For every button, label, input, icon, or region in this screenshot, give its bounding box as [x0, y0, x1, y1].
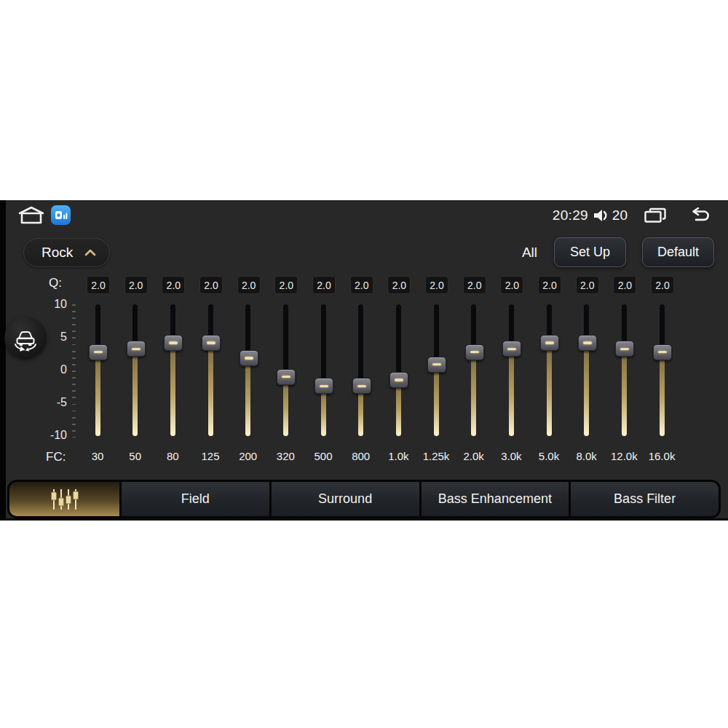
eq-slider-fill: [509, 348, 514, 436]
home-button[interactable]: [17, 206, 45, 225]
eq-slider-fill: [584, 342, 589, 436]
clock: 20:29: [553, 207, 588, 223]
eq-slider-handle[interactable]: [615, 341, 634, 357]
q-value-box[interactable]: 2.0: [350, 276, 373, 294]
eq-slider-handle[interactable]: [277, 369, 296, 385]
eq-slider-handle[interactable]: [127, 341, 146, 357]
eq-slider-fill: [660, 352, 665, 437]
tab-equalizer[interactable]: [9, 482, 119, 516]
eq-band-column: 2.0 5.0k: [530, 276, 568, 470]
handle-grip-mark: [320, 385, 328, 388]
eq-slider-fill: [547, 342, 552, 436]
volume-level: 20: [612, 207, 628, 223]
head-unit-screen: 20:29 20 Rock All Set Up Default Q:: [0, 200, 728, 521]
eq-band-column: 2.0 12.0k: [605, 276, 643, 470]
eq-slider-fill: [132, 348, 138, 436]
eq-slider-handle[interactable]: [578, 335, 597, 351]
speaker-icon[interactable]: [593, 208, 609, 223]
status-bar: 20:29 20: [0, 204, 728, 227]
eq-slider-handle[interactable]: [240, 350, 258, 366]
q-value-box[interactable]: 2.0: [387, 276, 411, 294]
q-value-box[interactable]: 2.0: [162, 276, 185, 294]
setup-button[interactable]: Set Up: [554, 237, 626, 267]
eq-slider-handle[interactable]: [540, 335, 559, 351]
eq-slider-fill: [208, 342, 213, 436]
eq-slider-handle[interactable]: [164, 335, 183, 351]
tab-bass-filter[interactable]: Bass Filter: [571, 482, 719, 516]
eq-slider-handle[interactable]: [653, 344, 672, 360]
chevron-up-icon: [84, 249, 96, 256]
eq-slider-handle[interactable]: [352, 378, 371, 394]
handle-grip-mark: [395, 379, 403, 381]
q-value-box[interactable]: 2.0: [576, 276, 599, 294]
eq-band-column: 2.0 8.0k: [568, 276, 606, 470]
q-value-box[interactable]: 2.0: [312, 276, 336, 294]
q-value-box[interactable]: 2.0: [651, 276, 674, 294]
eq-band-column: 2.0 125: [191, 276, 229, 470]
gain-scale-label: -10: [38, 429, 67, 442]
handle-grip-mark: [94, 351, 103, 354]
handle-grip-mark: [132, 348, 141, 351]
eq-band-column: 2.0 500: [304, 276, 342, 470]
eq-slider-fill: [283, 376, 288, 437]
handle-grip-mark: [282, 376, 290, 379]
q-value-box[interactable]: 2.0: [274, 276, 298, 294]
eq-slider-handle[interactable]: [502, 341, 521, 357]
eq-band-column: 2.0 30: [79, 276, 116, 470]
eq-slider-handle[interactable]: [314, 378, 333, 394]
back-icon[interactable]: [689, 207, 711, 223]
handle-grip-mark: [357, 385, 366, 388]
q-value-box[interactable]: 2.0: [613, 276, 636, 294]
q-value-box[interactable]: 2.0: [199, 276, 223, 294]
eq-slider-handle[interactable]: [89, 344, 108, 360]
q-value-box[interactable]: 2.0: [237, 276, 261, 294]
eq-slider-fill: [95, 352, 100, 437]
eq-slider-handle[interactable]: [465, 344, 484, 360]
tab-label: Field: [181, 491, 210, 507]
eq-band-column: 2.0 1.0k: [379, 276, 417, 470]
tab-label: Bass Enhancement: [438, 491, 552, 507]
tab-surround[interactable]: Surround: [272, 482, 419, 516]
handle-grip-mark: [432, 363, 441, 366]
recent-apps-icon[interactable]: [644, 207, 667, 224]
equalizer-sliders-icon: [48, 488, 82, 511]
eq-slider-handle[interactable]: [202, 335, 221, 351]
q-value-box[interactable]: 2.0: [87, 276, 110, 294]
q-value-box[interactable]: 2.0: [124, 276, 148, 294]
eq-band-column: 2.0 320: [266, 276, 304, 470]
q-value-box[interactable]: 2.0: [538, 276, 561, 294]
eq-slider-handle[interactable]: [427, 357, 446, 373]
gain-scale-label: 0: [38, 363, 67, 376]
q-value-box[interactable]: 2.0: [425, 276, 448, 294]
tab-field[interactable]: Field: [122, 482, 269, 516]
home-icon: [17, 206, 45, 225]
audio-app-button[interactable]: [51, 205, 71, 225]
gain-scale-label: 10: [38, 298, 67, 311]
dsp-tab-bar: FieldSurroundBass EnhancementBass Filter: [7, 480, 721, 518]
screen-bezel-bottom: [0, 518, 728, 521]
handle-grip-mark: [658, 351, 667, 354]
eq-band-column: 2.0 50: [116, 276, 154, 470]
default-button[interactable]: Default: [642, 237, 714, 267]
gain-scale-label: 5: [38, 331, 67, 344]
q-value-box[interactable]: 2.0: [463, 276, 486, 294]
tab-label: Bass Filter: [614, 491, 676, 507]
eq-slider-handle[interactable]: [389, 372, 408, 388]
eq-band-column: 2.0 800: [342, 276, 380, 470]
all-label[interactable]: All: [522, 245, 537, 261]
handle-grip-mark: [620, 348, 629, 351]
q-value-box[interactable]: 2.0: [500, 276, 523, 294]
preset-name: Rock: [41, 245, 73, 261]
tab-bass-enhancement[interactable]: Bass Enhancement: [422, 482, 569, 516]
preset-selector[interactable]: Rock: [23, 238, 110, 267]
gain-scale-label: -5: [38, 396, 67, 409]
tab-label: Surround: [318, 491, 372, 507]
eq-slider-fill: [434, 364, 439, 437]
eq-band-column: 2.0 1.25k: [417, 276, 455, 470]
handle-grip-mark: [507, 348, 516, 351]
eq-band-column: 2.0 3.0k: [492, 276, 530, 470]
eq-slider-fill: [170, 342, 175, 436]
eq-slider-fill: [245, 357, 250, 436]
eq-band-column: 2.0 80: [154, 276, 191, 470]
band-frequency-label: 16.0k: [633, 450, 691, 462]
